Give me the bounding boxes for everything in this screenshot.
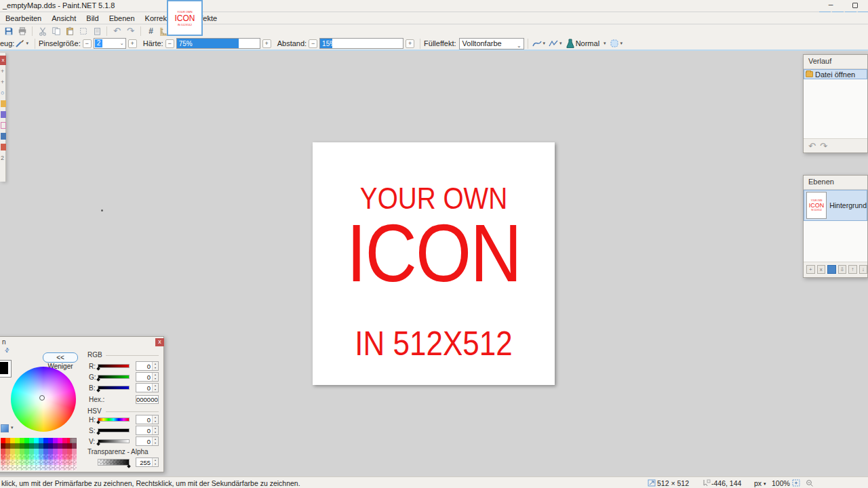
pixelated-dropdown-arrow[interactable]: ▾ <box>559 41 562 46</box>
deselect-button[interactable] <box>91 26 102 37</box>
palette-swatch[interactable] <box>39 454 43 460</box>
blend-mode-button[interactable] <box>565 38 576 49</box>
crop-button[interactable] <box>77 26 89 37</box>
history-item[interactable]: Datei öffnen <box>804 69 867 79</box>
alpha-slider[interactable] <box>98 459 130 466</box>
selection-clipping-button[interactable] <box>609 38 620 49</box>
palette-swatch[interactable] <box>53 465 58 470</box>
v-slider[interactable] <box>98 439 130 443</box>
palette-swatch[interactable] <box>43 460 48 465</box>
palette-swatch[interactable] <box>5 465 10 470</box>
palette-dropdown-arrow[interactable]: ▾ <box>11 425 14 430</box>
slider-thumb[interactable] <box>96 420 100 424</box>
selection-clipping-dropdown-arrow[interactable]: ▾ <box>620 41 623 46</box>
palette-swatch[interactable] <box>53 449 58 454</box>
palette-swatch[interactable] <box>10 460 15 465</box>
palette-swatch[interactable] <box>29 460 34 465</box>
unit-dropdown[interactable]: px <box>754 479 762 487</box>
move-layer-up-button[interactable]: ↑ <box>848 265 857 274</box>
move-layer-down-button[interactable]: ↓ <box>859 265 868 274</box>
palette-swatch[interactable] <box>48 443 53 449</box>
s-slider[interactable] <box>98 428 130 432</box>
palette-swatch[interactable] <box>53 460 58 465</box>
antialiasing-button[interactable] <box>532 38 542 49</box>
minimize-button[interactable]: – <box>822 1 840 10</box>
menu-bild[interactable]: Bild <box>86 14 98 22</box>
spinner-arrows[interactable]: ▴▾ <box>152 437 158 445</box>
palette-swatch[interactable] <box>39 460 43 465</box>
palette-swatch[interactable] <box>15 454 20 460</box>
palette-swatch[interactable] <box>58 454 62 460</box>
b-spinbox[interactable]: 0▴▾ <box>136 383 159 392</box>
canvas[interactable]: YOUR OWN ICON IN 512X512 <box>313 142 555 385</box>
color-wheel-selector[interactable] <box>39 395 45 401</box>
palette-swatch[interactable] <box>5 460 10 465</box>
r-spinbox[interactable]: 0▴▾ <box>136 361 159 371</box>
fit-to-window-icon[interactable] <box>792 479 800 487</box>
palette-dropdown-button[interactable] <box>1 424 9 432</box>
palette-swatch[interactable] <box>58 465 62 470</box>
undo-button[interactable]: ↶ <box>111 26 123 37</box>
palette-swatch[interactable] <box>43 449 48 454</box>
palette-swatch[interactable] <box>1 465 5 470</box>
palette-swatch[interactable] <box>20 443 24 449</box>
slider-thumb[interactable] <box>96 388 100 392</box>
palette-swatch[interactable] <box>72 460 77 465</box>
copy-button[interactable] <box>50 26 62 37</box>
redo-button[interactable]: ↷ <box>125 26 136 37</box>
spinner-arrows[interactable]: ▴▾ <box>152 362 158 370</box>
tool-fragment[interactable] <box>1 144 6 150</box>
palette-swatch[interactable] <box>29 438 34 443</box>
antialiasing-dropdown-arrow[interactable]: ▾ <box>543 41 546 46</box>
palette-swatch[interactable] <box>53 454 58 460</box>
blend-mode-dropdown-arrow[interactable]: ▾ <box>604 41 606 46</box>
spinner-arrows[interactable]: ▴▾ <box>152 426 158 434</box>
undo-icon[interactable]: ↶ <box>808 141 816 151</box>
palette-swatch[interactable] <box>10 454 15 460</box>
add-layer-button[interactable]: + <box>806 265 815 274</box>
tool-fragment[interactable] <box>1 122 6 129</box>
palette-swatch[interactable] <box>72 443 77 449</box>
palette-swatch[interactable] <box>53 438 58 443</box>
duplicate-layer-button[interactable] <box>827 265 836 274</box>
spinner-arrows[interactable]: ▴▾ <box>152 415 158 424</box>
brush-size-combo[interactable]: 2 ⌄ <box>94 38 126 49</box>
palette-swatch[interactable] <box>62 465 67 470</box>
palette-swatch[interactable] <box>20 438 24 443</box>
save-button[interactable] <box>3 26 14 37</box>
palette-swatch[interactable] <box>1 449 5 454</box>
tool-dropdown-arrow[interactable]: ▾ <box>26 41 28 46</box>
slider-thumb[interactable] <box>96 378 100 382</box>
g-spinbox[interactable]: 0▴▾ <box>136 372 159 382</box>
palette-swatch[interactable] <box>34 443 39 449</box>
palette-swatch[interactable] <box>43 454 48 460</box>
tool-fragment[interactable] <box>1 111 6 118</box>
palette-swatch[interactable] <box>39 438 43 443</box>
spacing-slider[interactable]: 15% <box>319 38 403 49</box>
palette-swatch[interactable] <box>29 443 34 449</box>
palette-swatch[interactable] <box>10 443 15 449</box>
palette-swatch[interactable] <box>1 443 5 449</box>
palette-swatch[interactable] <box>34 460 39 465</box>
s-spinbox[interactable]: 0▴▾ <box>136 426 159 435</box>
palette-swatch[interactable] <box>20 460 24 465</box>
palette-swatch[interactable] <box>1 438 5 443</box>
palette-swatch[interactable] <box>67 443 72 449</box>
palette-swatch[interactable] <box>53 443 58 449</box>
paste-button[interactable] <box>64 26 75 37</box>
palette-swatch[interactable] <box>43 443 48 449</box>
palette-swatch[interactable] <box>24 438 29 443</box>
tool-fragment[interactable]: ○ <box>1 89 6 96</box>
palette-swatch[interactable] <box>34 438 39 443</box>
hex-input[interactable]: 000000 <box>136 395 159 404</box>
palette-swatch[interactable] <box>15 449 20 454</box>
palette-swatch[interactable] <box>34 449 39 454</box>
palette-swatch[interactable] <box>58 460 62 465</box>
hardness-slider[interactable]: 75% <box>176 38 260 49</box>
close-icon[interactable]: x <box>155 338 164 346</box>
palette-swatch[interactable] <box>62 460 67 465</box>
brush-size-increase-button[interactable]: + <box>128 39 137 48</box>
menu-ebenen[interactable]: Ebenen <box>109 14 135 22</box>
palette-swatch[interactable] <box>1 454 5 460</box>
menu-bearbeiten[interactable]: Bearbeiten <box>5 14 41 22</box>
